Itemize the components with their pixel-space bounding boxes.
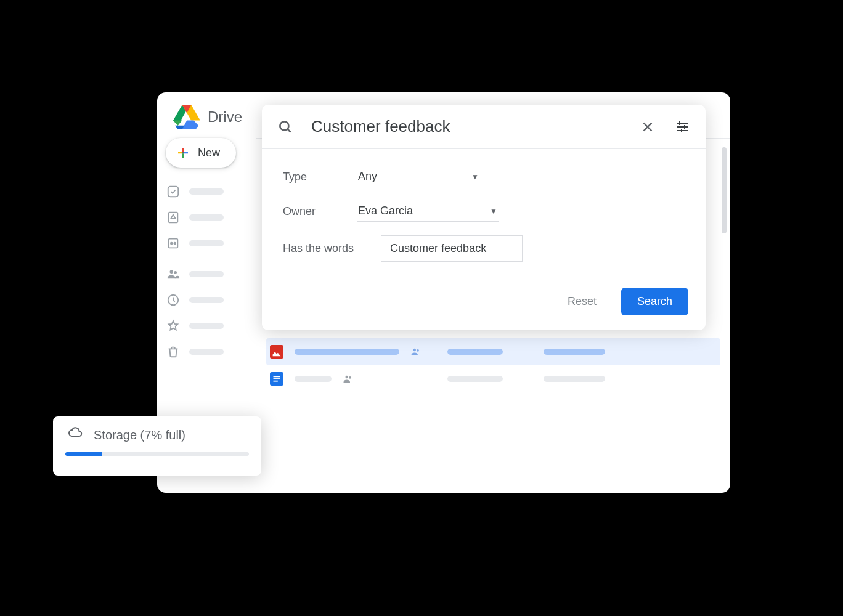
file-row-image[interactable]: [266, 338, 720, 365]
docs-file-icon: [270, 372, 283, 386]
image-file-icon: [270, 345, 283, 359]
sidebar-item-starred[interactable]: [166, 318, 256, 334]
file-name-placeholder: [295, 376, 332, 382]
storage-progress: [65, 452, 249, 456]
sidebar-item-shared[interactable]: [166, 266, 256, 282]
sidebar-item-mydrive[interactable]: [166, 209, 256, 225]
trash-icon: [166, 344, 181, 359]
people-icon: [166, 267, 181, 282]
file-name-placeholder: [295, 349, 399, 355]
svg-point-6: [170, 270, 174, 274]
filter-row-type: Type Any ▼: [283, 166, 685, 187]
search-panel-actions: Reset Search: [262, 282, 706, 330]
sidebar-item-label: [189, 240, 224, 246]
filter-type-select[interactable]: Any ▼: [357, 166, 480, 187]
svg-point-5: [174, 243, 176, 245]
storage-label: Storage (7% full): [94, 428, 185, 442]
drive-outline-icon: [166, 210, 181, 225]
file-row-doc[interactable]: [266, 365, 720, 392]
filter-options-icon[interactable]: [674, 118, 691, 136]
svg-rect-14: [274, 376, 280, 377]
shared-drives-icon: [166, 236, 181, 251]
svg-rect-22: [677, 126, 688, 128]
sidebar-item-priority[interactable]: [166, 184, 256, 200]
new-button-label: New: [198, 147, 220, 160]
sidebar-group-2: [166, 266, 256, 360]
sidebar-group-1: [166, 184, 256, 251]
sidebar-item-label: [189, 214, 224, 221]
search-bar: [262, 105, 706, 149]
sidebar-item-label: [189, 349, 224, 355]
filter-owner-value: Eva Garcia: [358, 205, 413, 217]
plus-icon: [176, 145, 190, 160]
storage-header: Storage (7% full): [65, 425, 249, 445]
file-col-placeholder: [447, 349, 503, 355]
filter-type-value: Any: [358, 170, 377, 183]
svg-rect-0: [182, 152, 184, 154]
search-filters: Type Any ▼ Owner Eva Garcia ▼ Has the wo…: [262, 149, 706, 282]
svg-rect-20: [677, 123, 688, 124]
svg-rect-16: [274, 381, 278, 382]
shared-icon: [343, 373, 354, 384]
filter-row-words: Has the words: [283, 235, 685, 262]
file-col-placeholder: [544, 349, 605, 355]
check-square-icon: [166, 184, 181, 199]
filter-owner-select[interactable]: Eva Garcia ▼: [357, 201, 499, 222]
svg-rect-21: [679, 121, 680, 125]
filter-words-input[interactable]: [381, 235, 523, 262]
filter-type-label: Type: [283, 171, 357, 184]
svg-rect-23: [684, 125, 685, 129]
svg-point-7: [174, 271, 177, 274]
storage-card[interactable]: Storage (7% full): [53, 416, 261, 476]
svg-point-12: [413, 349, 417, 352]
clock-icon: [166, 293, 181, 307]
new-button[interactable]: New: [166, 138, 236, 168]
filter-owner-label: Owner: [283, 205, 357, 218]
star-icon: [166, 318, 181, 333]
search-panel: Type Any ▼ Owner Eva Garcia ▼ Has the wo…: [262, 105, 706, 330]
search-icon[interactable]: [277, 118, 294, 136]
svg-point-18: [349, 376, 351, 379]
svg-point-17: [346, 376, 349, 379]
filter-words-label: Has the words: [283, 242, 354, 255]
cloud-icon: [65, 425, 85, 445]
svg-point-19: [280, 121, 288, 130]
sidebar-item-trash[interactable]: [166, 344, 256, 360]
sidebar-item-label: [189, 297, 224, 303]
file-col-placeholder: [447, 376, 503, 382]
search-input[interactable]: [311, 117, 622, 136]
file-col-placeholder: [544, 376, 605, 382]
close-icon[interactable]: [639, 118, 656, 136]
search-button[interactable]: Search: [621, 288, 688, 315]
sidebar-item-shared-drives[interactable]: [166, 235, 256, 251]
storage-progress-fill: [65, 452, 102, 456]
chevron-down-icon: ▼: [471, 172, 479, 181]
svg-rect-3: [169, 239, 178, 248]
reset-button[interactable]: Reset: [568, 295, 597, 308]
chevron-down-icon: ▼: [490, 207, 497, 216]
sidebar-item-recent[interactable]: [166, 292, 256, 308]
app-title: Drive: [208, 108, 242, 126]
svg-rect-1: [168, 187, 179, 197]
scrollbar[interactable]: [722, 147, 727, 233]
svg-point-13: [417, 349, 419, 352]
drive-logo-icon: [173, 105, 200, 129]
sidebar-item-label: [189, 188, 224, 195]
shared-icon: [410, 346, 422, 357]
filter-row-owner: Owner Eva Garcia ▼: [283, 201, 685, 222]
sidebar-item-label: [189, 323, 224, 329]
svg-rect-15: [274, 378, 280, 379]
svg-rect-25: [681, 129, 682, 132]
sidebar-item-label: [189, 271, 224, 277]
svg-point-4: [171, 243, 173, 245]
